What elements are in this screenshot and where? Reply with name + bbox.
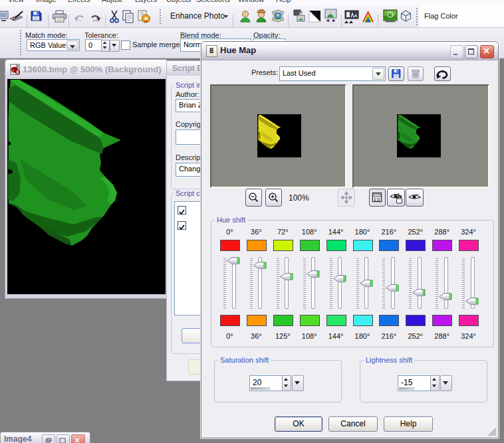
- svg-text:8: 8: [17, 70, 19, 74]
